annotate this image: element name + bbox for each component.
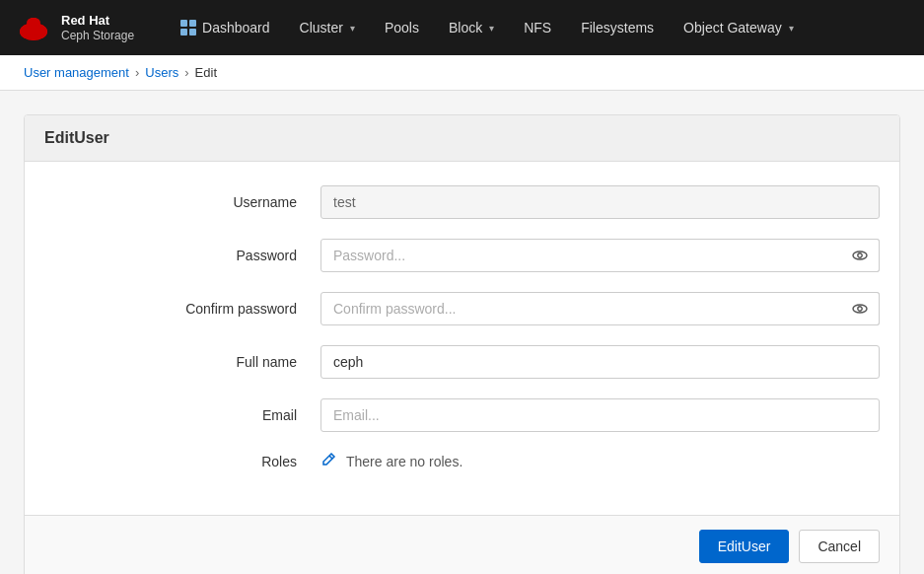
password-control xyxy=(320,239,880,272)
confirm-password-wrap xyxy=(320,292,880,325)
cluster-dropdown-icon: ▾ xyxy=(350,23,355,34)
submit-button[interactable]: EditUser xyxy=(699,530,790,563)
roles-label: Roles xyxy=(44,454,320,469)
nav-item-cluster[interactable]: Cluster ▾ xyxy=(286,12,369,43)
main-content: EditUser Username Password xyxy=(0,91,924,574)
svg-point-12 xyxy=(857,307,861,311)
confirm-password-control xyxy=(320,292,880,325)
card-body: Username Password xyxy=(25,162,899,515)
brand-text: Red Hat Ceph Storage xyxy=(61,13,134,42)
nav-item-dashboard[interactable]: Dashboard xyxy=(166,11,284,44)
breadcrumb-users[interactable]: Users xyxy=(145,65,178,80)
nav-label-filesystems: Filesystems xyxy=(581,20,654,36)
confirm-password-label: Confirm password xyxy=(44,301,320,317)
nav-item-block[interactable]: Block ▾ xyxy=(435,12,508,43)
block-dropdown-icon: ▾ xyxy=(489,23,494,34)
svg-point-4 xyxy=(28,18,39,26)
email-control xyxy=(320,398,880,432)
password-label: Password xyxy=(44,248,320,263)
roles-row: Roles There are no roles. xyxy=(44,452,880,471)
password-row: Password xyxy=(44,239,880,272)
email-input[interactable] xyxy=(320,398,880,432)
card-title: EditUser xyxy=(44,129,109,146)
cancel-button[interactable]: Cancel xyxy=(799,530,880,563)
username-control xyxy=(320,185,880,219)
roles-control: There are no roles. xyxy=(320,452,880,471)
confirm-password-toggle-btn[interactable] xyxy=(840,292,880,325)
topbar: Red Hat Ceph Storage Dashboard Cluster ▾… xyxy=(0,0,924,55)
brand-ceph: Ceph Storage xyxy=(61,29,134,42)
breadcrumb-sep-1: › xyxy=(135,65,139,80)
password-wrap xyxy=(320,239,880,272)
object-gateway-dropdown-icon: ▾ xyxy=(789,23,794,34)
pencil-icon xyxy=(320,452,336,467)
breadcrumb-edit: Edit xyxy=(195,65,217,80)
username-input[interactable] xyxy=(320,185,880,219)
svg-rect-6 xyxy=(189,20,196,27)
eye-icon-2 xyxy=(852,301,868,317)
username-row: Username xyxy=(44,185,880,219)
edit-user-card: EditUser Username Password xyxy=(24,114,900,574)
confirm-password-input[interactable] xyxy=(320,292,880,325)
fullname-label: Full name xyxy=(44,354,320,370)
nav-item-pools[interactable]: Pools xyxy=(371,12,433,43)
confirm-password-row: Confirm password xyxy=(44,292,880,325)
nav-label-nfs: NFS xyxy=(524,20,551,36)
fullname-row: Full name xyxy=(44,345,880,379)
nav-label-object-gateway: Object Gateway xyxy=(683,20,782,36)
nav-item-object-gateway[interactable]: Object Gateway ▾ xyxy=(670,12,808,43)
svg-rect-5 xyxy=(180,20,187,27)
breadcrumb-user-management[interactable]: User management xyxy=(24,65,129,80)
roles-edit-icon[interactable] xyxy=(320,452,336,471)
nav-menu: Dashboard Cluster ▾ Pools Block ▾ NFS Fi… xyxy=(166,11,808,44)
dashboard-icon xyxy=(179,19,197,36)
svg-rect-7 xyxy=(180,29,187,36)
roles-content: There are no roles. xyxy=(320,452,880,471)
password-input[interactable] xyxy=(320,239,880,272)
fullname-input[interactable] xyxy=(320,345,880,379)
email-label: Email xyxy=(44,407,320,423)
email-row: Email xyxy=(44,398,880,432)
nav-label-cluster: Cluster xyxy=(300,20,343,36)
nav-label-block: Block xyxy=(449,20,482,36)
card-footer: EditUser Cancel xyxy=(25,515,899,574)
breadcrumb-sep-2: › xyxy=(184,65,188,80)
redhat-logo-icon xyxy=(16,10,51,45)
no-roles-text: There are no roles. xyxy=(346,454,462,469)
password-toggle-btn[interactable] xyxy=(840,239,880,272)
eye-icon xyxy=(852,248,868,263)
fullname-control xyxy=(320,345,880,379)
card-header: EditUser xyxy=(25,115,899,162)
nav-label-pools: Pools xyxy=(385,20,419,36)
nav-item-nfs[interactable]: NFS xyxy=(510,12,565,43)
breadcrumb: User management › Users › Edit xyxy=(0,55,924,91)
svg-rect-8 xyxy=(189,29,196,36)
brand-redhat: Red Hat xyxy=(61,13,134,29)
brand-logo-area[interactable]: Red Hat Ceph Storage xyxy=(16,10,134,45)
svg-point-10 xyxy=(857,253,861,257)
username-label: Username xyxy=(44,194,320,210)
nav-label-dashboard: Dashboard xyxy=(202,20,270,36)
nav-item-filesystems[interactable]: Filesystems xyxy=(567,12,668,43)
